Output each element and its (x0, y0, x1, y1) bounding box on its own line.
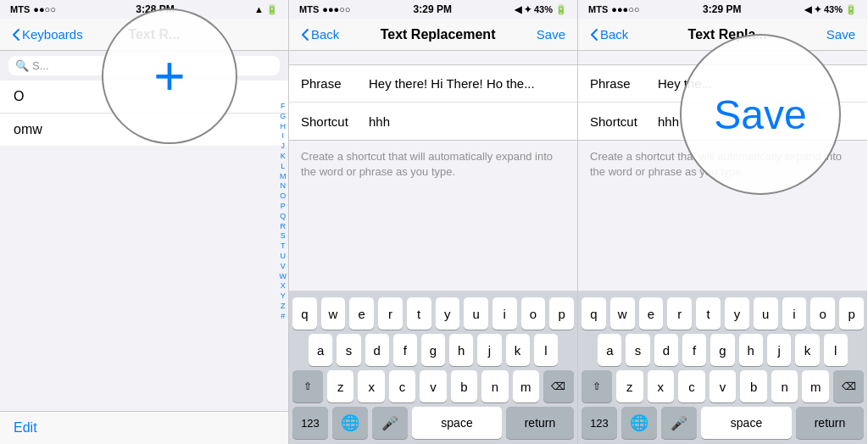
key-v-3[interactable]: v (709, 370, 737, 402)
key-g-2[interactable]: g (421, 334, 445, 366)
search-input-1[interactable]: 🔍 S... (8, 56, 280, 75)
save-button-3[interactable]: Save (826, 27, 855, 42)
key-h-3[interactable]: h (739, 334, 763, 366)
key-a-3[interactable]: a (598, 334, 621, 366)
key-return-2[interactable]: return (506, 407, 574, 439)
alpha-p[interactable]: P (280, 202, 287, 211)
alpha-w[interactable]: W (280, 272, 287, 281)
key-u-3[interactable]: u (754, 297, 778, 330)
list-item-omw[interactable]: omw (0, 114, 288, 146)
alpha-z[interactable]: Z (280, 302, 287, 311)
key-space-3[interactable]: space (701, 407, 792, 439)
key-y-3[interactable]: y (725, 297, 749, 330)
key-delete-2[interactable]: ⌫ (543, 370, 574, 402)
alpha-q[interactable]: Q (280, 212, 287, 221)
key-j-2[interactable]: j (477, 334, 501, 366)
key-l-2[interactable]: l (534, 334, 558, 366)
key-s-3[interactable]: s (626, 334, 649, 366)
alpha-r[interactable]: R (280, 222, 287, 231)
phrase-row-3[interactable]: Phrase Hey the... (578, 65, 867, 103)
key-return-3[interactable]: return (796, 407, 864, 439)
key-w-3[interactable]: w (610, 297, 635, 330)
key-123-2[interactable]: 123 (292, 407, 328, 439)
key-mic-3[interactable]: 🎤 (661, 407, 697, 439)
back-button-2[interactable]: Back (301, 27, 339, 42)
key-b-3[interactable]: b (740, 370, 767, 402)
save-button-2[interactable]: Save (537, 27, 565, 42)
key-r-3[interactable]: r (667, 297, 692, 330)
list-item-O[interactable]: O (0, 80, 288, 114)
key-q-3[interactable]: q (581, 297, 606, 330)
key-g-3[interactable]: g (710, 334, 734, 366)
key-z-2[interactable]: z (327, 370, 353, 402)
key-y-2[interactable]: y (436, 297, 460, 330)
key-k-3[interactable]: k (795, 334, 819, 366)
back-button-1[interactable]: Keyboards (12, 27, 83, 42)
key-delete-3[interactable]: ⌫ (833, 370, 864, 402)
alpha-j[interactable]: J (280, 142, 287, 151)
alpha-f[interactable]: F (280, 102, 287, 111)
alpha-t[interactable]: T (280, 241, 287, 251)
key-z-3[interactable]: z (616, 370, 643, 402)
key-f-2[interactable]: f (393, 334, 417, 366)
key-i-3[interactable]: i (782, 297, 807, 330)
alpha-l[interactable]: L (280, 162, 287, 171)
alpha-k[interactable]: K (280, 152, 287, 161)
key-x-3[interactable]: x (648, 370, 675, 402)
alpha-n[interactable]: N (280, 181, 287, 191)
alpha-m[interactable]: M (280, 172, 287, 181)
alpha-v[interactable]: V (280, 262, 287, 271)
alpha-h[interactable]: H (280, 122, 287, 131)
key-f-3[interactable]: f (682, 334, 706, 366)
alpha-hash[interactable]: # (280, 312, 287, 321)
key-n-3[interactable]: n (771, 370, 798, 402)
edit-button-1[interactable]: Edit (14, 420, 37, 435)
key-shift-3[interactable]: ⇧ (581, 370, 612, 402)
key-globe-3[interactable]: 🌐 (621, 407, 657, 439)
alpha-i[interactable]: I (280, 131, 287, 141)
key-h-2[interactable]: h (449, 334, 473, 366)
key-s-2[interactable]: s (337, 334, 360, 366)
key-space-2[interactable]: space (412, 407, 502, 439)
key-e-3[interactable]: e (639, 297, 664, 330)
key-mic-2[interactable]: 🎤 (372, 407, 408, 439)
key-c-2[interactable]: c (389, 370, 415, 402)
alpha-index-1[interactable]: F G H I J K L M N O P Q R S T U V W X Y … (280, 102, 287, 321)
key-t-3[interactable]: t (696, 297, 721, 330)
key-o-2[interactable]: o (521, 297, 546, 330)
key-e-2[interactable]: e (349, 297, 374, 330)
alpha-g[interactable]: G (280, 112, 287, 121)
key-j-3[interactable]: j (767, 334, 791, 366)
key-k-2[interactable]: k (506, 334, 530, 366)
key-l-3[interactable]: l (824, 334, 848, 366)
key-b-2[interactable]: b (451, 370, 477, 402)
key-123-3[interactable]: 123 (581, 407, 617, 439)
key-v-2[interactable]: v (420, 370, 446, 402)
key-globe-2[interactable]: 🌐 (332, 407, 368, 439)
key-a-2[interactable]: a (309, 334, 332, 366)
key-d-2[interactable]: d (365, 334, 389, 366)
key-u-2[interactable]: u (464, 297, 488, 330)
phrase-row-2[interactable]: Phrase Hey there! Hi There! Ho the... (289, 65, 577, 103)
key-m-3[interactable]: m (802, 370, 829, 402)
alpha-y[interactable]: Y (280, 291, 287, 301)
key-w-2[interactable]: w (321, 297, 346, 330)
key-c-3[interactable]: c (678, 370, 705, 402)
alpha-u[interactable]: U (280, 252, 287, 261)
key-x-2[interactable]: x (358, 370, 384, 402)
back-button-3[interactable]: Back (590, 27, 628, 42)
key-n-2[interactable]: n (481, 370, 508, 402)
shortcut-row-3[interactable]: Shortcut hhh (578, 103, 867, 140)
key-d-3[interactable]: d (654, 334, 678, 366)
shortcut-row-2[interactable]: Shortcut hhh (289, 103, 577, 140)
key-r-2[interactable]: r (378, 297, 403, 330)
key-shift-2[interactable]: ⇧ (292, 370, 323, 402)
key-m-2[interactable]: m (513, 370, 539, 402)
key-p-2[interactable]: p (549, 297, 574, 330)
key-q-2[interactable]: q (292, 297, 317, 330)
key-i-2[interactable]: i (492, 297, 517, 330)
key-t-2[interactable]: t (407, 297, 431, 330)
alpha-x[interactable]: X (280, 281, 287, 291)
alpha-o[interactable]: O (280, 191, 287, 201)
key-o-3[interactable]: o (810, 297, 835, 330)
